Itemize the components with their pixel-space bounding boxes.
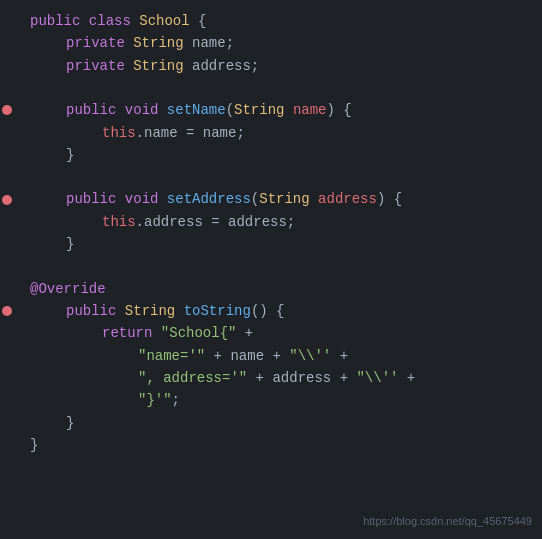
line-content: public String toString() { [66,300,532,322]
line-content: public void setAddress(String address) { [66,188,532,210]
token: name [293,102,327,118]
token [175,303,183,319]
token: class [89,13,131,29]
token: School [139,13,189,29]
token: private [66,58,125,74]
token: String [125,303,175,319]
token: void [125,102,159,118]
code-line: } [20,412,542,434]
watermark: https://blog.csdn.net/qq_45675449 [363,513,532,531]
line-content: } [66,412,532,434]
token [131,13,139,29]
code-line: "name='" + name + "\\'' + [20,345,542,367]
token: toString [184,303,251,319]
token: return [102,325,152,341]
line-content: this.name = name; [102,122,532,144]
token: ) { [377,191,402,207]
token: public [66,102,116,118]
code-line: public class School { [20,10,542,32]
token [152,325,160,341]
token: String [234,102,284,118]
code-line: public void setName(String name) { [20,99,542,121]
code-line: @Override [20,278,542,300]
token: "\\'' [356,370,398,386]
token: } [66,147,74,163]
code-line [20,166,542,188]
line-content: } [66,233,532,255]
code-line [20,256,542,278]
code-line: public void setAddress(String address) { [20,188,542,210]
token: ) { [327,102,352,118]
token [158,102,166,118]
line-content: @Override [30,278,532,300]
line-content: public class School { [30,10,532,32]
token: "name='" [138,348,205,364]
line-content: private String name; [66,32,532,54]
token [158,191,166,207]
code-line [20,77,542,99]
token: ( [226,102,234,118]
line-content: "}'"; [138,389,532,411]
token: String [259,191,309,207]
token: private [66,35,125,51]
token: public [66,303,116,319]
token [116,102,124,118]
code-line: "}'"; [20,389,542,411]
token [80,13,88,29]
line-content: return "School{" + [102,322,532,344]
token: this [102,214,136,230]
token: + [398,370,415,386]
token: name; [184,35,234,51]
line-content: "name='" + name + "\\'' + [138,345,532,367]
token: } [30,437,38,453]
token: + address + [247,370,356,386]
code-line: return "School{" + [20,322,542,344]
code-line: private String name; [20,32,542,54]
code-line: this.name = name; [20,122,542,144]
token [284,102,292,118]
token: { [190,13,207,29]
token [125,35,133,51]
token [125,58,133,74]
code-editor: public class School {private String name… [0,0,542,467]
code-line: private String address; [20,55,542,77]
token: + name + [205,348,289,364]
code-line: } [20,144,542,166]
code-line: ", address='" + address + "\\'' + [20,367,542,389]
token: String [133,58,183,74]
token: } [66,236,74,252]
token: public [66,191,116,207]
line-content: public void setName(String name) { [66,99,532,121]
token: String [133,35,183,51]
code-line: this.address = address; [20,211,542,233]
code-line: public String toString() { [20,300,542,322]
token: () { [251,303,285,319]
token: ", address='" [138,370,247,386]
breakpoint-indicator [2,306,12,316]
token: setName [167,102,226,118]
token [116,303,124,319]
token: } [66,415,74,431]
token: ; [172,392,180,408]
code-line: } [20,233,542,255]
token: "}'" [138,392,172,408]
breakpoint-indicator [2,105,12,115]
breakpoint-indicator [2,195,12,205]
token [116,191,124,207]
line-content: ", address='" + address + "\\'' + [138,367,532,389]
code-line: } [20,434,542,456]
line-content: } [30,434,532,456]
token: address; [184,58,260,74]
token: + [331,348,348,364]
line-content: private String address; [66,55,532,77]
line-content: } [66,144,532,166]
token [310,191,318,207]
line-content: this.address = address; [102,211,532,233]
token: void [125,191,159,207]
token: "School{" [161,325,237,341]
token: this [102,125,136,141]
token: setAddress [167,191,251,207]
token: .address = address; [136,214,296,230]
token: ( [251,191,259,207]
token: + [236,325,253,341]
